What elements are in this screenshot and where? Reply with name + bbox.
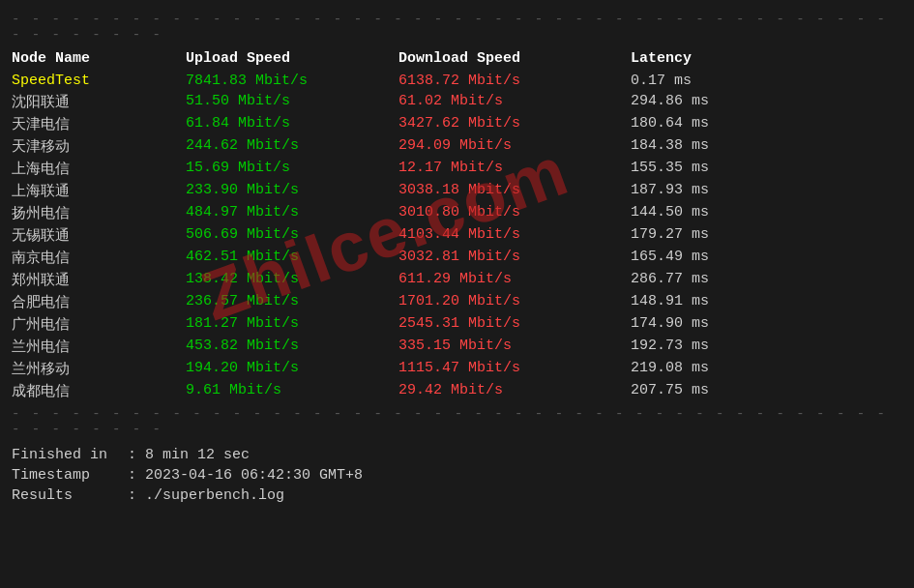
results-value: : ./superbench.log	[128, 487, 284, 504]
cell-name: 上海联通	[12, 182, 186, 200]
table-row: 上海电信15.69 Mbit/s12.17 Mbit/s155.35 ms	[12, 158, 902, 180]
timestamp-label: Timestamp	[12, 467, 128, 484]
bottom-divider: - - - - - - - - - - - - - - - - - - - - …	[12, 406, 902, 437]
table-header: Node Name Upload Speed Download Speed La…	[12, 46, 902, 71]
table-row: 郑州联通138.42 Mbit/s611.29 Mbit/s286.77 ms	[12, 269, 902, 291]
finished-value: : 8 min 12 sec	[128, 447, 250, 463]
cell-latency: 187.93 ms	[631, 182, 824, 200]
header-download: Download Speed	[398, 50, 631, 67]
cell-latency: 144.50 ms	[631, 204, 824, 222]
timestamp-value: : 2023-04-16 06:42:30 GMT+8	[128, 467, 363, 484]
cell-download: 1701.20 Mbit/s	[398, 293, 631, 311]
table-row: 无锡联通506.69 Mbit/s4103.44 Mbit/s179.27 ms	[12, 224, 902, 247]
cell-upload: 15.69 Mbit/s	[186, 160, 398, 178]
cell-upload: 233.90 Mbit/s	[186, 182, 398, 200]
cell-latency: 180.64 ms	[631, 115, 824, 133]
table-row: 天津移动244.62 Mbit/s294.09 Mbit/s184.38 ms	[12, 135, 902, 158]
header-upload: Upload Speed	[186, 50, 398, 67]
cell-name: 合肥电信	[12, 293, 186, 311]
cell-download: 335.15 Mbit/s	[398, 338, 631, 356]
cell-download: 1115.47 Mbit/s	[398, 360, 631, 378]
header-latency: Latency	[631, 50, 824, 67]
cell-download: 294.09 Mbit/s	[398, 137, 631, 156]
table-row: SpeedTest7841.83 Mbit/s6138.72 Mbit/s0.1…	[12, 71, 902, 91]
cell-name: 郑州联通	[12, 271, 186, 289]
cell-upload: 51.50 Mbit/s	[186, 93, 398, 111]
cell-upload: 462.51 Mbit/s	[186, 249, 398, 267]
cell-download: 3010.80 Mbit/s	[398, 204, 631, 222]
cell-latency: 155.35 ms	[631, 160, 824, 178]
footer-timestamp: Timestamp : 2023-04-16 06:42:30 GMT+8	[12, 465, 902, 485]
table-row: 兰州移动194.20 Mbit/s1115.47 Mbit/s219.08 ms	[12, 358, 902, 380]
table-row: 天津电信61.84 Mbit/s3427.62 Mbit/s180.64 ms	[12, 113, 902, 135]
top-divider: - - - - - - - - - - - - - - - - - - - - …	[12, 12, 902, 43]
cell-name: 南京电信	[12, 249, 186, 267]
cell-download: 6138.72 Mbit/s	[398, 73, 631, 89]
cell-latency: 0.17 ms	[631, 73, 824, 89]
cell-name: 天津移动	[12, 137, 186, 156]
cell-name: 天津电信	[12, 115, 186, 133]
terminal: ZhiIce.com - - - - - - - - - - - - - - -…	[0, 0, 914, 588]
cell-upload: 9.61 Mbit/s	[186, 382, 398, 400]
table-body: SpeedTest7841.83 Mbit/s6138.72 Mbit/s0.1…	[12, 71, 902, 402]
cell-upload: 244.62 Mbit/s	[186, 137, 398, 156]
cell-latency: 286.77 ms	[631, 271, 824, 289]
cell-download: 611.29 Mbit/s	[398, 271, 631, 289]
cell-latency: 179.27 ms	[631, 226, 824, 245]
cell-download: 3032.81 Mbit/s	[398, 249, 631, 267]
table-row: 合肥电信236.57 Mbit/s1701.20 Mbit/s148.91 ms	[12, 291, 902, 313]
cell-name: 成都电信	[12, 382, 186, 400]
table-row: 上海联通233.90 Mbit/s3038.18 Mbit/s187.93 ms	[12, 180, 902, 202]
cell-name: SpeedTest	[12, 73, 186, 89]
cell-download: 29.42 Mbit/s	[398, 382, 631, 400]
footer-results: Results : ./superbench.log	[12, 485, 902, 506]
cell-upload: 7841.83 Mbit/s	[186, 73, 398, 89]
cell-download: 61.02 Mbit/s	[398, 93, 631, 111]
cell-latency: 294.86 ms	[631, 93, 824, 111]
cell-download: 4103.44 Mbit/s	[398, 226, 631, 245]
cell-name: 无锡联通	[12, 226, 186, 245]
cell-upload: 236.57 Mbit/s	[186, 293, 398, 311]
table-row: 兰州电信453.82 Mbit/s335.15 Mbit/s192.73 ms	[12, 336, 902, 358]
cell-upload: 506.69 Mbit/s	[186, 226, 398, 245]
cell-upload: 453.82 Mbit/s	[186, 338, 398, 356]
table-row: 广州电信181.27 Mbit/s2545.31 Mbit/s174.90 ms	[12, 313, 902, 336]
cell-upload: 181.27 Mbit/s	[186, 315, 398, 334]
table-row: 沈阳联通51.50 Mbit/s61.02 Mbit/s294.86 ms	[12, 91, 902, 113]
cell-name: 上海电信	[12, 160, 186, 178]
cell-latency: 219.08 ms	[631, 360, 824, 378]
cell-latency: 148.91 ms	[631, 293, 824, 311]
cell-latency: 165.49 ms	[631, 249, 824, 267]
cell-name: 兰州移动	[12, 360, 186, 378]
cell-download: 2545.31 Mbit/s	[398, 315, 631, 334]
cell-latency: 207.75 ms	[631, 382, 824, 400]
cell-name: 沈阳联通	[12, 93, 186, 111]
header-node: Node Name	[12, 50, 186, 67]
footer-finished: Finished in : 8 min 12 sec	[12, 445, 902, 465]
cell-upload: 194.20 Mbit/s	[186, 360, 398, 378]
cell-latency: 174.90 ms	[631, 315, 824, 334]
cell-upload: 484.97 Mbit/s	[186, 204, 398, 222]
finished-label: Finished in	[12, 447, 128, 463]
cell-latency: 192.73 ms	[631, 338, 824, 356]
footer-section: Finished in : 8 min 12 sec Timestamp : 2…	[12, 441, 902, 506]
cell-upload: 61.84 Mbit/s	[186, 115, 398, 133]
cell-name: 兰州电信	[12, 338, 186, 356]
results-label: Results	[12, 487, 128, 504]
cell-name: 广州电信	[12, 315, 186, 334]
cell-name: 扬州电信	[12, 204, 186, 222]
cell-upload: 138.42 Mbit/s	[186, 271, 398, 289]
table-row: 成都电信9.61 Mbit/s29.42 Mbit/s207.75 ms	[12, 380, 902, 402]
cell-download: 3427.62 Mbit/s	[398, 115, 631, 133]
cell-latency: 184.38 ms	[631, 137, 824, 156]
table-row: 扬州电信484.97 Mbit/s3010.80 Mbit/s144.50 ms	[12, 202, 902, 224]
cell-download: 12.17 Mbit/s	[398, 160, 631, 178]
table-row: 南京电信462.51 Mbit/s3032.81 Mbit/s165.49 ms	[12, 247, 902, 269]
cell-download: 3038.18 Mbit/s	[398, 182, 631, 200]
